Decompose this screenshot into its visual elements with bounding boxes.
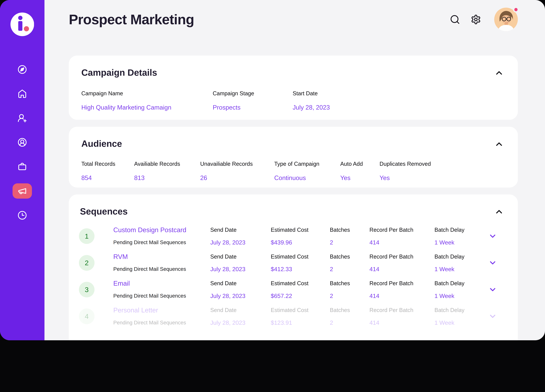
audience-title: Audience: [81, 139, 505, 149]
audience-fields: Total Records 854 Availiable Records 813…: [81, 160, 505, 182]
gear-icon: [471, 14, 481, 25]
sequence-number-badge: 3: [79, 282, 94, 297]
field-value: July 28, 2023: [293, 103, 505, 111]
sequence-title-link[interactable]: Email: [113, 279, 210, 287]
search-button[interactable]: [450, 14, 460, 25]
cell-value: 2: [330, 239, 370, 246]
column-label: Batches: [330, 306, 370, 314]
sidebar-item-contacts[interactable]: [15, 135, 30, 150]
column-label: Send Date: [210, 306, 271, 314]
batch-delay-cell: Batch Delay 1 Week: [434, 253, 486, 273]
sidebar-item-history[interactable]: [15, 208, 30, 223]
column-label: Record Per Batch: [370, 253, 434, 260]
estimated-cost-cell: Estimated Cost $412.33: [271, 253, 330, 273]
column-label: Estimated Cost: [271, 279, 330, 287]
collapse-campaign-details-button[interactable]: [494, 68, 504, 78]
record-per-batch-cell: Record Per Batch 414: [370, 306, 434, 326]
batches-cell: Batches 2: [330, 279, 370, 300]
field-label: Type of Campaign: [274, 160, 340, 168]
expand-sequence-button[interactable]: [488, 232, 497, 241]
field-value: Yes: [379, 174, 505, 182]
send-date-cell: Send Date July 28, 2023: [210, 253, 271, 273]
field-value: 813: [134, 174, 200, 182]
cell-value: $412.33: [271, 265, 330, 273]
field-value: 854: [81, 174, 134, 182]
cell-value: 1 Week: [434, 319, 486, 326]
cell-value: 2: [330, 319, 370, 326]
field-campaign-stage: Campaign Stage Prospects: [213, 90, 292, 111]
chevron-down-icon: [488, 232, 497, 241]
batches-cell: Batches 2: [330, 306, 370, 326]
field-available-records: Availiable Records 813: [134, 160, 200, 182]
sidebar-item-home[interactable]: [15, 86, 30, 101]
sidebar-item-campaigns[interactable]: [12, 183, 32, 199]
sidebar-item-jobs[interactable]: [15, 159, 30, 174]
column-label: Batch Delay: [434, 279, 486, 287]
megaphone-icon: [18, 186, 27, 196]
collapse-audience-button[interactable]: [494, 139, 504, 149]
sidebar: [0, 0, 44, 340]
estimated-cost-cell: Estimated Cost $439.96: [271, 226, 330, 246]
cell-value: 414: [370, 239, 434, 246]
chevron-down-icon: [488, 312, 497, 321]
briefcase-icon: [18, 162, 27, 171]
home-icon: [18, 89, 27, 98]
batch-delay-cell: Batch Delay 1 Week: [434, 306, 486, 326]
column-label: Batch Delay: [434, 253, 486, 260]
sequence-title-link[interactable]: Custom Design Postcard: [113, 226, 210, 234]
cell-value: 2: [330, 265, 370, 273]
notification-dot: [513, 7, 519, 12]
cell-value: 1 Week: [434, 292, 486, 300]
field-label: Duplicates Removed: [379, 160, 505, 168]
field-label: Auto Add: [340, 160, 379, 168]
sequence-title-link: Personal Letter: [113, 306, 210, 314]
field-value: Yes: [340, 174, 379, 182]
chevron-up-icon: [494, 207, 504, 217]
settings-button[interactable]: [471, 14, 481, 25]
cell-value: July 28, 2023: [210, 239, 271, 246]
cell-value: $439.96: [271, 239, 330, 246]
chevron-down-icon: [488, 259, 497, 267]
cell-value: July 28, 2023: [210, 265, 271, 273]
sidebar-item-add-contact[interactable]: [15, 110, 30, 126]
field-label: Total Records: [81, 160, 134, 168]
send-date-cell: Send Date July 28, 2023: [210, 279, 271, 300]
expand-sequence-button[interactable]: [488, 285, 497, 294]
field-unavailable-records: Unavailiable Records 26: [200, 160, 274, 182]
sequence-title-block: RVM Pending Direct Mail Sequences: [113, 253, 210, 273]
sequence-number-badge: 1: [79, 228, 94, 244]
sidebar-item-explore[interactable]: [15, 62, 30, 77]
column-label: Batch Delay: [434, 306, 486, 314]
sequence-title-link[interactable]: RVM: [113, 253, 210, 260]
sequence-title-block: Personal Letter Pending Direct Mail Sequ…: [113, 306, 210, 326]
collapse-sequences-button[interactable]: [494, 207, 504, 217]
batch-delay-cell: Batch Delay 1 Week: [434, 226, 486, 246]
sequence-number-badge: 2: [79, 255, 94, 271]
record-per-batch-cell: Record Per Batch 414: [370, 253, 434, 273]
field-total-records: Total Records 854: [81, 160, 134, 182]
field-label: Availiable Records: [134, 160, 200, 168]
sequence-title-block: Custom Design Postcard Pending Direct Ma…: [113, 226, 210, 246]
chevron-down-icon: [488, 285, 497, 294]
field-label: Campaign Stage: [213, 90, 292, 97]
field-value: Continuous: [274, 174, 340, 182]
sequence-number-badge: 4: [79, 308, 94, 324]
cell-value: 414: [370, 292, 434, 300]
field-label: Campaign Name: [81, 90, 213, 97]
expand-sequence-button[interactable]: [488, 259, 497, 267]
column-label: Batches: [330, 279, 370, 287]
batch-delay-cell: Batch Delay 1 Week: [434, 279, 486, 300]
column-label: Record Per Batch: [370, 279, 434, 287]
column-label: Estimated Cost: [271, 226, 330, 234]
column-label: Send Date: [210, 279, 271, 287]
column-label: Send Date: [210, 226, 271, 234]
field-duplicates-removed: Duplicates Removed Yes: [379, 160, 505, 182]
app-window: Prospect Marketing: [0, 0, 545, 340]
send-date-cell: Send Date July 28, 2023: [210, 226, 271, 246]
expand-sequence-button: [488, 312, 497, 321]
page-title: Prospect Marketing: [69, 12, 194, 27]
cell-value: 1 Week: [434, 239, 486, 246]
user-avatar[interactable]: [494, 8, 518, 31]
field-value: High Quality Marketing Camaign: [81, 103, 213, 111]
cell-value: 414: [370, 319, 434, 326]
